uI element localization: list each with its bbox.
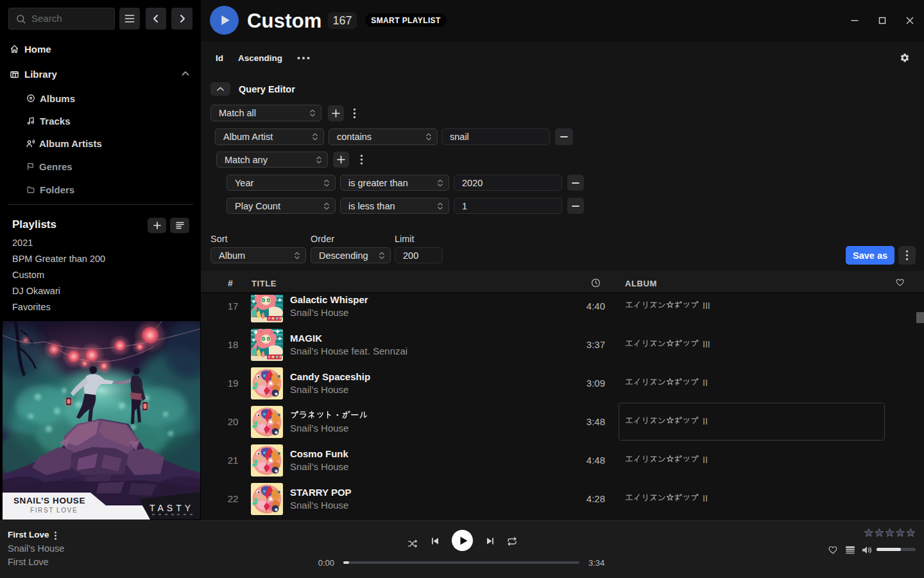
svg-text:FIRST LOVE: FIRST LOVE [30, 507, 78, 514]
svg-text:TASTY: TASTY [150, 503, 194, 513]
svg-text:SNAIL’S HOUSE: SNAIL’S HOUSE [13, 496, 85, 505]
